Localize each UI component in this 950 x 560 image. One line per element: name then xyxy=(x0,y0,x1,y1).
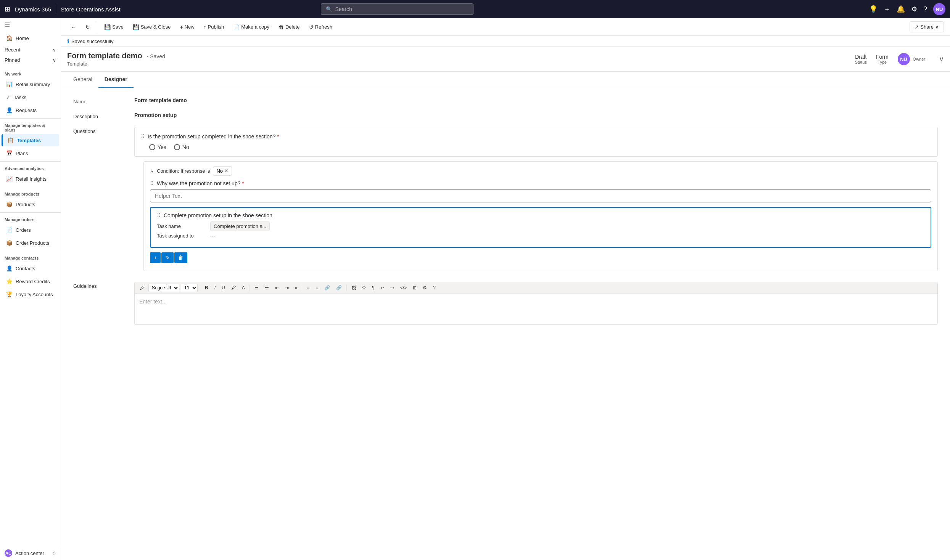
task-assigned-value: --- xyxy=(210,233,215,239)
format-icon[interactable]: 🖊 xyxy=(138,284,147,292)
unlink-button[interactable]: 🔗 xyxy=(334,284,344,292)
sidebar-item-templates[interactable]: 📋 Templates xyxy=(2,134,59,146)
tab-general[interactable]: General xyxy=(67,72,98,88)
save-close-button[interactable]: 💾 Save & Close xyxy=(129,22,175,32)
show-blocks-button[interactable]: ¶ xyxy=(369,284,376,292)
user-avatar[interactable]: NU xyxy=(933,3,945,15)
drag-handle-sq[interactable]: ⠿ xyxy=(150,180,154,186)
nav-divider xyxy=(56,5,56,14)
guidelines-text-area[interactable]: Enter text... xyxy=(135,294,937,324)
task-name-label: Task name xyxy=(157,223,210,229)
form-body: Name Form template demo Description Prom… xyxy=(61,88,950,342)
share-button[interactable]: ↗ Share ∨ xyxy=(910,21,944,32)
form-title-area: Form template demo - Saved Template xyxy=(67,51,855,67)
indent-button[interactable]: ⇥ xyxy=(283,284,291,292)
special-chars-button[interactable]: Ω xyxy=(360,284,368,292)
undo-button[interactable]: ↩ xyxy=(378,284,386,292)
table-button[interactable]: ⊞ xyxy=(411,284,419,292)
question-1-row: ⠿ Is the promotion setup completed in th… xyxy=(141,133,931,140)
delete-icon: 🗑 xyxy=(279,24,284,30)
advanced-analytics-section: Advanced analytics xyxy=(0,163,61,172)
tab-designer[interactable]: Designer xyxy=(98,72,134,88)
search-bar[interactable]: 🔍 xyxy=(321,3,473,15)
numbered-list-button[interactable]: ≡ xyxy=(304,284,312,292)
underline-button[interactable]: U xyxy=(219,284,227,292)
new-button[interactable]: + New xyxy=(176,22,198,32)
copy-icon: 📄 xyxy=(233,24,240,30)
sub-question-row: ⠿ Why was the promotion not set up? * xyxy=(150,180,931,186)
help-icon[interactable]: ? xyxy=(923,5,927,13)
sub-question-block: ⠿ Why was the promotion not set up? * xyxy=(150,180,931,263)
apps-grid-icon[interactable]: ⊞ xyxy=(5,5,10,13)
ac-pin-icon[interactable]: ◇ xyxy=(53,550,56,556)
sidebar-item-requests[interactable]: 👤 Requests xyxy=(2,104,59,116)
copy-button[interactable]: 📄 Make a copy xyxy=(229,22,273,32)
sidebar-recent[interactable]: Recent ∨ xyxy=(0,45,61,55)
back-button[interactable]: ← xyxy=(67,22,80,32)
bold-button[interactable]: B xyxy=(203,284,211,292)
redo-editor-button[interactable]: ↪ xyxy=(388,284,396,292)
form-status-label: Status xyxy=(855,60,867,64)
sidebar-item-order-products[interactable]: 📦 Order Products xyxy=(2,237,59,249)
hamburger-menu[interactable]: ☰ xyxy=(0,18,61,32)
templates-icon: 📋 xyxy=(7,137,14,143)
edit-action-button[interactable]: ✎ xyxy=(161,252,174,263)
help-editor-button[interactable]: ? xyxy=(431,284,438,292)
source-button[interactable]: </> xyxy=(398,284,409,292)
redo-button[interactable]: ↻ xyxy=(82,22,94,32)
drag-handle-q1[interactable]: ⠿ xyxy=(141,133,145,140)
font-family-select[interactable]: Segoe UI xyxy=(148,284,179,292)
publish-button[interactable]: ↑ Publish xyxy=(200,22,228,32)
info-icon: ℹ xyxy=(67,38,69,44)
sidebar-item-reward-credits[interactable]: ⭐ Reward Credits xyxy=(2,275,59,287)
sidebar-pinned[interactable]: Pinned ∨ xyxy=(0,55,61,65)
highlight-button[interactable]: 🖍 xyxy=(229,284,238,292)
form-header-chevron[interactable]: ∨ xyxy=(939,55,944,63)
link-button[interactable]: 🔗 xyxy=(322,284,332,292)
sidebar-item-action-center[interactable]: AC Action center ◇ xyxy=(0,546,61,560)
refresh-button[interactable]: ↺ Refresh xyxy=(305,22,337,32)
sidebar-item-retail-insights[interactable]: 📈 Retail insights xyxy=(2,173,59,185)
bell-icon[interactable]: 🔔 xyxy=(897,5,905,13)
image-button[interactable]: 🖼 xyxy=(349,284,358,292)
sidebar-divider-3 xyxy=(0,161,61,162)
sidebar-item-tasks[interactable]: ✓ Tasks xyxy=(2,91,59,103)
manage-contacts-section: Manage contacts xyxy=(0,253,61,262)
settings-icon[interactable]: ⚙ xyxy=(911,5,917,13)
bulleted-list-button[interactable]: ≡ xyxy=(313,284,320,292)
drag-handle-action[interactable]: ⠿ xyxy=(157,212,161,218)
quote-button[interactable]: » xyxy=(293,284,300,292)
manage-products-section: Manage products xyxy=(0,189,61,198)
font-color-button[interactable]: A xyxy=(240,284,247,292)
outdent-button[interactable]: ⇤ xyxy=(273,284,281,292)
helper-text-input[interactable] xyxy=(150,189,931,202)
sidebar-item-retail-summary[interactable]: 📊 Retail summary xyxy=(2,78,59,90)
align-center-button[interactable]: ☰ xyxy=(262,284,271,292)
sidebar-item-contacts[interactable]: 👤 Contacts xyxy=(2,262,59,274)
description-label: Description xyxy=(73,112,134,119)
delete-action-button[interactable]: 🗑 xyxy=(174,252,187,263)
app-name: Store Operations Assist xyxy=(61,6,121,13)
radio-no[interactable]: No xyxy=(174,144,189,150)
orders-icon: 📄 xyxy=(6,227,13,233)
radio-yes[interactable]: Yes xyxy=(149,144,166,150)
align-left-button[interactable]: ☰ xyxy=(252,284,261,292)
font-size-select[interactable]: 11 xyxy=(181,284,198,292)
delete-button[interactable]: 🗑 Delete xyxy=(275,22,304,32)
order-products-icon: 📦 xyxy=(6,240,13,246)
radio-circle-no xyxy=(174,144,180,150)
save-button[interactable]: 💾 Save xyxy=(100,22,127,32)
sidebar-item-plans[interactable]: 📅 Plans xyxy=(2,147,59,159)
sidebar-item-products[interactable]: 📦 Products xyxy=(2,198,59,210)
sidebar-item-loyalty-accounts[interactable]: 🏆 Loyalty Accounts xyxy=(2,288,59,300)
add-icon[interactable]: ＋ xyxy=(884,5,890,14)
search-input[interactable] xyxy=(335,6,469,12)
save-close-icon: 💾 xyxy=(133,24,139,30)
sidebar-item-home[interactable]: 🏠 Home xyxy=(2,32,59,44)
condition-clear-button[interactable]: ✕ xyxy=(224,168,229,174)
sidebar-item-orders[interactable]: 📄 Orders xyxy=(2,224,59,236)
italic-button[interactable]: I xyxy=(212,284,218,292)
lightbulb-icon[interactable]: 💡 xyxy=(869,5,878,13)
add-action-button[interactable]: + xyxy=(150,252,161,263)
settings-editor-button[interactable]: ⚙ xyxy=(420,284,429,292)
